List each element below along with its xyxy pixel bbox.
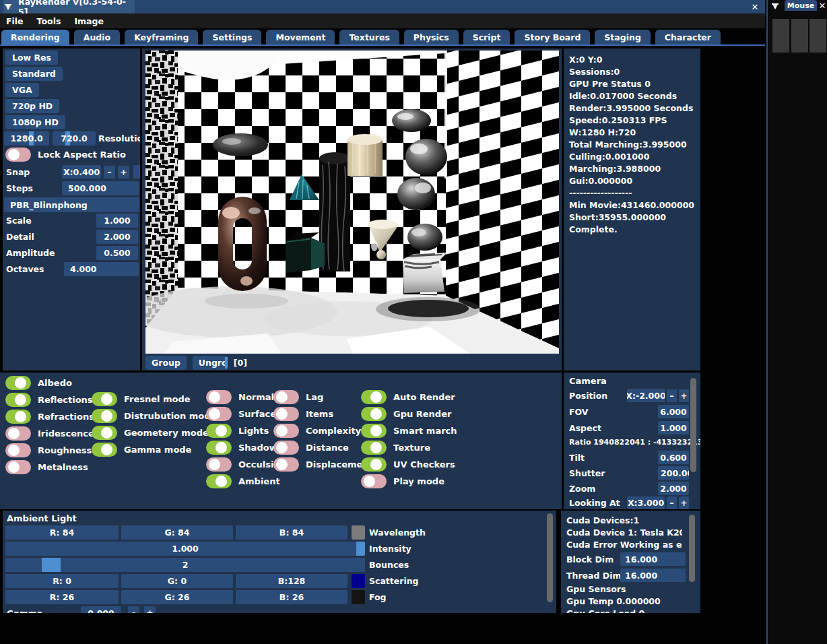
amplitude-field[interactable]: 0.500 bbox=[96, 246, 138, 260]
gamma-minus-button[interactable]: – bbox=[128, 606, 139, 613]
render-toggle[interactable]: Texture bbox=[361, 441, 457, 455]
preset-button[interactable]: 1080p HD bbox=[5, 115, 65, 129]
wavelength-swatch[interactable] bbox=[352, 525, 365, 540]
toggle-pill[interactable] bbox=[273, 424, 299, 438]
render-viewport[interactable] bbox=[145, 51, 559, 354]
toggle-pill[interactable] bbox=[206, 457, 232, 472]
render-toggle[interactable]: Roughness bbox=[5, 443, 94, 457]
scattering-b-field[interactable]: B:128 bbox=[236, 574, 348, 588]
camera-lookat-field[interactable]: X:3.000 bbox=[627, 496, 665, 509]
toggle-pill[interactable] bbox=[273, 457, 299, 472]
close-button[interactable]: ✕ bbox=[749, 1, 761, 13]
render-toggle[interactable]: Iridescence bbox=[5, 426, 94, 441]
octaves-field[interactable]: 4.000 bbox=[64, 262, 139, 276]
render-toggle[interactable]: Lag bbox=[273, 390, 373, 404]
scale-field[interactable]: 1.000 bbox=[96, 214, 138, 228]
toggle-pill[interactable] bbox=[206, 424, 232, 438]
toggle-pill[interactable] bbox=[361, 424, 387, 438]
snap-x-field[interactable]: X:0.400 bbox=[62, 165, 101, 179]
intensity-handle[interactable] bbox=[356, 542, 365, 556]
toggle-pill[interactable] bbox=[5, 376, 31, 390]
toggle-pill[interactable] bbox=[206, 407, 232, 421]
toggle-pill[interactable] bbox=[361, 474, 387, 488]
camera-lookat-minus[interactable]: – bbox=[667, 496, 677, 509]
tab[interactable]: Settings bbox=[203, 30, 261, 44]
snap-plus-button[interactable]: + bbox=[118, 166, 129, 179]
collapse-icon[interactable]: ▼ bbox=[3, 1, 13, 12]
toggle-pill[interactable] bbox=[273, 441, 299, 455]
wavelength-r-field[interactable]: R: 84 bbox=[5, 525, 119, 540]
fog-swatch[interactable] bbox=[352, 590, 365, 604]
preset-button[interactable]: Standard bbox=[5, 67, 63, 81]
fog-g-field[interactable]: G: 26 bbox=[121, 590, 233, 604]
gamma-plus-button[interactable]: + bbox=[144, 606, 156, 613]
toggle-pill[interactable] bbox=[273, 407, 299, 421]
toggle-pill[interactable] bbox=[273, 390, 299, 404]
camera-fov-field[interactable]: 6.000 bbox=[658, 405, 689, 418]
tab[interactable]: Physics bbox=[404, 30, 459, 44]
tab[interactable]: Staging bbox=[595, 30, 651, 44]
fog-r-field[interactable]: R: 26 bbox=[5, 590, 119, 604]
bounces-handle[interactable] bbox=[42, 558, 61, 572]
render-toggle[interactable]: Complexity bbox=[273, 424, 373, 438]
toggle-pill[interactable] bbox=[5, 443, 31, 457]
render-toggle[interactable]: Smart march bbox=[361, 424, 457, 438]
tab[interactable]: Rendering bbox=[1, 30, 69, 44]
preset-button[interactable]: Low Res bbox=[5, 51, 58, 65]
fog-b-field[interactable]: B: 26 bbox=[236, 590, 348, 604]
resolution-width-field[interactable]: 1280.0 bbox=[4, 131, 49, 146]
ungroup-button[interactable]: Ungroup bbox=[193, 356, 228, 370]
ambient-scrollbar[interactable] bbox=[547, 513, 553, 602]
camera-aspect-field[interactable]: 1.000 bbox=[658, 421, 689, 434]
render-toggle[interactable]: Metalness bbox=[5, 460, 94, 474]
render-toggle[interactable]: Gpu Render bbox=[361, 407, 457, 421]
render-toggle[interactable]: Distance bbox=[273, 441, 373, 455]
wavelength-g-field[interactable]: G: 84 bbox=[121, 525, 233, 540]
render-toggle[interactable]: Fresnel mode bbox=[92, 392, 216, 406]
gamma-field[interactable]: 0.000 bbox=[81, 606, 121, 613]
steps-field[interactable]: 500.000 bbox=[62, 181, 139, 195]
snap-minus-button[interactable]: – bbox=[104, 166, 115, 179]
toggle-pill[interactable] bbox=[92, 443, 117, 457]
camera-position-field[interactable]: X:-2.000 bbox=[627, 389, 665, 402]
menu-item[interactable]: File bbox=[6, 16, 24, 26]
render-toggle[interactable]: UV Checkers bbox=[361, 457, 457, 472]
camera-shutter-field[interactable]: 200.000 bbox=[658, 466, 689, 480]
snap-y-field-clipped[interactable] bbox=[133, 165, 140, 179]
toggle-pill[interactable] bbox=[361, 457, 387, 472]
render-toggle[interactable]: Play mode bbox=[361, 474, 457, 488]
lock-aspect-toggle[interactable]: Lock Aspect Ratio bbox=[5, 148, 126, 162]
scattering-swatch[interactable] bbox=[352, 574, 365, 588]
mouse-close-button[interactable]: ✕ bbox=[816, 0, 827, 11]
shader-button[interactable]: PBR_Blinnphong bbox=[4, 197, 139, 212]
toggle-pill[interactable] bbox=[5, 426, 31, 441]
toggle-pill[interactable] bbox=[5, 460, 31, 474]
preset-button[interactable]: VGA bbox=[5, 83, 39, 97]
tab[interactable]: Story Board bbox=[515, 30, 590, 44]
render-toggle[interactable]: Items bbox=[273, 407, 373, 421]
render-toggle[interactable]: Refractions bbox=[5, 410, 94, 424]
render-toggle[interactable]: Displacement bbox=[273, 457, 373, 472]
camera-tilt-field[interactable]: 0.600 bbox=[658, 451, 689, 464]
scattering-r-field[interactable]: R: 0 bbox=[5, 574, 119, 588]
toggle-pill[interactable] bbox=[92, 426, 117, 440]
camera-position-plus[interactable]: + bbox=[679, 389, 689, 402]
toggle-pill[interactable] bbox=[5, 148, 31, 162]
tab[interactable]: Audio bbox=[74, 30, 120, 44]
preset-button[interactable]: 720p HD bbox=[5, 99, 59, 113]
tab[interactable]: Script bbox=[463, 30, 510, 44]
render-toggle[interactable]: Geometery mode bbox=[92, 426, 216, 440]
bounces-slider[interactable]: 2 bbox=[5, 558, 365, 572]
wavelength-b-field[interactable]: B: 84 bbox=[236, 525, 348, 540]
toggle-pill[interactable] bbox=[206, 441, 232, 455]
toggle-pill[interactable] bbox=[5, 393, 31, 407]
toggle-pill[interactable] bbox=[92, 409, 117, 423]
thread-dim-field[interactable]: 16.000 bbox=[620, 569, 686, 582]
mouse-collapse-icon[interactable]: ▼ bbox=[770, 1, 781, 11]
cuda-scrollbar[interactable] bbox=[689, 515, 695, 582]
tab[interactable]: Textures bbox=[339, 30, 399, 44]
toggle-pill[interactable] bbox=[92, 392, 117, 406]
resolution-height-field[interactable]: 720.0 bbox=[53, 131, 96, 146]
camera-zoom-field[interactable]: 2.000 bbox=[658, 482, 689, 495]
toggle-pill[interactable] bbox=[5, 410, 31, 424]
